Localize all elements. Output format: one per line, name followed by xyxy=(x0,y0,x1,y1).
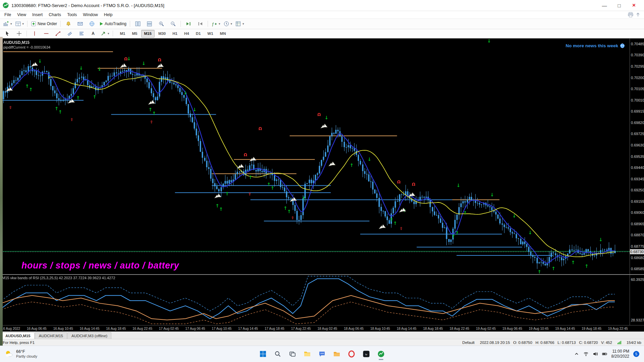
timeframe-button-mn[interactable]: MN xyxy=(217,30,229,38)
status-help-text: For Help, press F1 xyxy=(3,341,457,345)
menu-item-window[interactable]: Window xyxy=(80,12,101,18)
channel-tool[interactable] xyxy=(64,29,75,38)
indicator-canvas[interactable] xyxy=(0,275,630,325)
chart-shift-button[interactable] xyxy=(195,19,206,28)
status-profile[interactable]: Default xyxy=(462,341,474,345)
indicator-axis-bottom-label: 28.9327 xyxy=(631,318,644,322)
periods-button[interactable]: ▾ xyxy=(222,19,234,28)
wifi-icon[interactable] xyxy=(583,351,589,357)
chart-shift-icon xyxy=(198,21,203,26)
file-explorer-button[interactable] xyxy=(301,347,314,361)
price-axis-label: 0.69060 xyxy=(631,210,644,215)
timeframe-button-m30[interactable]: M30 xyxy=(155,30,169,38)
caret-down-icon: ▾ xyxy=(219,22,220,25)
toolbar-separator xyxy=(208,21,208,27)
play-icon xyxy=(99,22,103,26)
hidden-icons-caret[interactable] xyxy=(574,351,579,357)
opera-browser-button[interactable] xyxy=(345,347,358,361)
app-icon xyxy=(3,2,9,8)
status-ohlc: 2022.08.19 20:15 O: 0.68750 H: 0.68766 L… xyxy=(480,341,612,345)
volume-icon[interactable] xyxy=(593,351,598,357)
chart-tab[interactable]: AUDUSD,M15 xyxy=(1,332,35,339)
crosshair-tool-button[interactable] xyxy=(13,29,24,38)
price-axis-label: 0.68775 xyxy=(631,244,644,248)
indicator-area[interactable]: M15 vkw bands of RSI (25,3,25,5) 42.2023… xyxy=(0,275,630,325)
start-button[interactable] xyxy=(256,347,270,361)
menu-item-file[interactable]: File xyxy=(1,12,14,18)
price-chart-canvas[interactable] xyxy=(0,39,630,274)
task-view-button[interactable] xyxy=(286,347,299,361)
drawing-toolbar: A ▾ M1M5M15M30H1H4D1W1MN xyxy=(0,29,644,38)
profiles-button[interactable]: ▾ xyxy=(14,19,25,28)
notification-badge[interactable]: 5 xyxy=(633,351,639,357)
templates-button[interactable]: ▾ xyxy=(234,19,246,28)
indicators-button[interactable]: ƒ ▾ xyxy=(210,19,222,28)
autotrading-button[interactable]: AutoTrading xyxy=(98,19,128,28)
chart-tabs-bar: AUDUSD,M15AUDCHF,M15AUDCHF,M3 (offline) xyxy=(0,331,644,339)
toolbar-separator xyxy=(130,21,130,27)
metatrader-window: 1300308680: FTMO-Server2 - Demo Account … xyxy=(0,0,644,362)
time-axis-label: 17 Aug 06:45 xyxy=(185,327,205,330)
cursor-tool-button[interactable] xyxy=(2,29,13,38)
vertical-line-tool[interactable] xyxy=(29,29,40,38)
menu-item-view[interactable]: View xyxy=(14,12,29,18)
chat-button[interactable] xyxy=(315,347,329,361)
text-tool[interactable]: A xyxy=(88,29,99,38)
folder-app-button[interactable] xyxy=(330,347,343,361)
auto-scroll-button[interactable] xyxy=(183,19,194,28)
caret-down-icon: ▾ xyxy=(10,22,12,25)
help-arrow-icon[interactable] xyxy=(635,12,641,17)
close-button[interactable]: × xyxy=(627,0,641,10)
search-button[interactable] xyxy=(271,347,284,361)
chart-area[interactable]: AUDUSD,M15 pipdiffCurrent = -0.00010634 … xyxy=(0,39,630,274)
alerts-button[interactable] xyxy=(63,19,74,28)
metatrader-app-button[interactable] xyxy=(374,347,388,361)
menu-item-help[interactable]: Help xyxy=(101,12,116,18)
trendline-tool[interactable] xyxy=(52,29,63,38)
zoom-in-button[interactable] xyxy=(156,19,167,28)
zoom-in-icon xyxy=(159,21,164,26)
svg-text:ƒ: ƒ xyxy=(212,22,214,26)
timeframe-button-w1[interactable]: W1 xyxy=(204,30,216,38)
minimize-button[interactable]: — xyxy=(597,0,612,10)
print-icon[interactable] xyxy=(628,12,633,17)
weather-widget[interactable]: 66°F Partly cloudy xyxy=(0,349,42,359)
horizontal-line-tool[interactable] xyxy=(41,29,52,38)
system-tray: 11:00 PM 8/20/2022 5 xyxy=(574,349,644,359)
tile-windows-button[interactable] xyxy=(132,19,143,28)
fibonacci-tool[interactable] xyxy=(76,29,87,38)
trendline-icon xyxy=(55,31,61,36)
cascade-windows-button[interactable] xyxy=(144,19,155,28)
news-button[interactable] xyxy=(86,19,97,28)
maximize-button[interactable]: □ xyxy=(612,0,627,10)
timeframe-button-m15[interactable]: M15 xyxy=(141,30,155,38)
mailbox-button[interactable] xyxy=(74,19,86,28)
menu-item-charts[interactable]: Charts xyxy=(46,12,64,18)
timeframe-button-d1[interactable]: D1 xyxy=(193,30,204,38)
toolbar-separator xyxy=(27,21,28,27)
pipdiff-label: pipdiffCurrent = -0.00010634 xyxy=(3,45,50,49)
battery-icon[interactable] xyxy=(602,351,607,357)
new-chart-button[interactable]: ▾ xyxy=(2,19,13,28)
time-axis-label: 19 Aug 06:45 xyxy=(502,327,522,330)
globe-icon xyxy=(89,21,95,26)
price-pane: AUDUSD,M15 pipdiffCurrent = -0.00010634 … xyxy=(0,39,644,274)
arrows-tool[interactable]: ▾ xyxy=(99,29,111,38)
zoom-out-button[interactable] xyxy=(167,19,178,28)
tv-app-button[interactable]: tv xyxy=(360,347,373,361)
timeframe-button-h4[interactable]: H4 xyxy=(181,30,192,38)
chart-tab[interactable]: AUDCHF,M15 xyxy=(35,332,67,339)
time-axis-label: 18 Aug 10:45 xyxy=(370,327,390,330)
price-axis-label: 0.69345 xyxy=(631,177,644,181)
menu-item-insert[interactable]: Insert xyxy=(29,12,46,18)
menu-item-tools[interactable]: Tools xyxy=(64,12,80,18)
bell-icon xyxy=(66,21,71,26)
timeframe-button-m5[interactable]: M5 xyxy=(129,30,141,38)
window-controls: — □ × xyxy=(597,0,641,10)
price-axis-label: 0.70390 xyxy=(631,53,644,57)
new-order-button[interactable]: New Order xyxy=(30,19,58,28)
chart-tab[interactable]: AUDCHF,M3 (offline) xyxy=(67,332,111,339)
taskbar-clock[interactable]: 11:00 PM 8/20/2022 xyxy=(611,349,629,359)
timeframe-button-m1[interactable]: M1 xyxy=(117,30,128,38)
timeframe-button-h1[interactable]: H1 xyxy=(169,30,180,38)
